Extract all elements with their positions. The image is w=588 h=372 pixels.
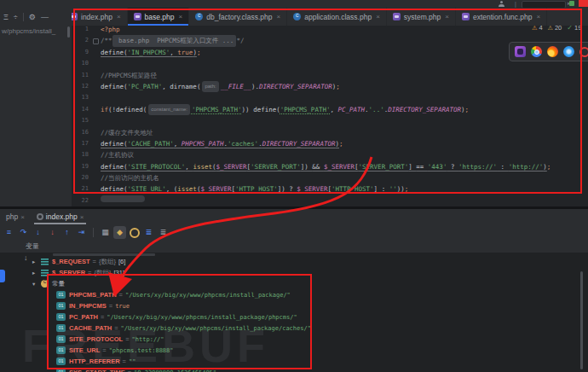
code-token: PC_PATH	[337, 104, 365, 115]
code-line[interactable]: 17define('CACHE_PATH', PHPCMS_PATH.'cach…	[72, 138, 588, 149]
code-line[interactable]: 15	[72, 115, 588, 126]
fold-marker-icon[interactable]	[93, 38, 99, 44]
code-token: ))	[242, 104, 254, 115]
variable-row[interactable]: ▸$_SERVER={数组}[31]	[0, 267, 588, 278]
ide-browser-icon[interactable]	[515, 46, 526, 57]
code-line[interactable]: 11//PHPCMS框架路径	[72, 70, 588, 81]
line-number[interactable]: 15	[72, 115, 92, 126]
code-line[interactable]: 16//缓存文件夹地址	[72, 127, 588, 138]
constant-row[interactable]: PC_PATH="/Users/xy/big/xy/www/phpcms/ins…	[0, 311, 588, 323]
step-out-icon[interactable]: ↑	[61, 226, 73, 239]
code-line[interactable]: 22	[72, 195, 588, 206]
line-number[interactable]: 13	[72, 92, 92, 103]
tab-system.php[interactable]: system.php×	[387, 8, 456, 26]
constant-row[interactable]: PHPCMS_PATH="/Users/xy/big/xy/www/phpcms…	[0, 289, 588, 300]
close-icon[interactable]: ×	[20, 213, 25, 221]
frames-icon[interactable]: ▦	[99, 226, 112, 239]
tab-extention.func.php[interactable]: extention.func.php×	[456, 8, 547, 26]
constant-row[interactable]: CACHE_PATH="/Users/xy/big/xy/www/phpcms/…	[0, 323, 588, 334]
opera-browser-icon[interactable]	[579, 47, 588, 57]
line-number[interactable]: 21	[72, 183, 92, 195]
expander-icon[interactable]: ▾	[32, 281, 39, 288]
code-line[interactable]: 19define('SITE_PROTOCOL', isset($_SERVER…	[72, 161, 588, 172]
close-icon[interactable]: ×	[536, 13, 540, 20]
chrome-browser-icon[interactable]	[531, 46, 542, 57]
force-step-into-icon[interactable]: ↓	[46, 226, 59, 239]
close-icon[interactable]: ×	[179, 13, 183, 20]
constant-row[interactable]: IN_PHPCMS=true	[0, 300, 588, 311]
expander-icon[interactable]: ▸	[32, 259, 39, 265]
line-number[interactable]: 10	[72, 58, 92, 69]
variable-type: {数组}	[94, 269, 111, 277]
close-icon[interactable]: ×	[117, 13, 121, 20]
code-token: 'SERVER_PORT'	[251, 161, 301, 172]
line-number[interactable]: 11	[72, 70, 92, 81]
code-token: true	[177, 47, 193, 58]
line-number[interactable]: 12	[72, 81, 92, 92]
inspections-widget[interactable]: ⚠ 4 ⚠ 20 ✓ 19	[532, 24, 581, 32]
constant-row[interactable]: SITE_PROTOCOL="http://"	[0, 334, 588, 345]
project-vertical-scrollbar[interactable]	[67, 26, 70, 38]
line-number[interactable]: 16	[72, 127, 92, 138]
code-token: if	[101, 104, 108, 115]
line-number[interactable]: 18	[72, 149, 92, 160]
variable-value: "http://"	[132, 336, 164, 343]
line-number[interactable]: 2	[72, 35, 92, 46]
show-execution-point-icon[interactable]: ≡	[3, 226, 15, 239]
constant-row[interactable]: HTTP_REFERER=""	[0, 356, 588, 367]
tab-index.php[interactable]: index.php×	[72, 8, 128, 26]
debug-tab-php[interactable]: php×	[0, 209, 31, 224]
constant-row[interactable]: SITE_URL="phpcms.test:8888"	[0, 345, 588, 356]
mute-breakpoints-icon[interactable]	[128, 226, 141, 239]
line-number[interactable]: 9	[72, 47, 92, 58]
line-number[interactable]: 22	[72, 195, 92, 206]
stop-button[interactable]	[579, 0, 588, 7]
line-number[interactable]: 20	[72, 172, 92, 183]
firefox-browser-icon[interactable]	[547, 46, 558, 57]
line-number[interactable]: 1	[72, 26, 92, 35]
step-over-icon[interactable]: ↷	[17, 226, 30, 239]
debug-tab-index.php[interactable]: index.php×	[31, 209, 90, 224]
watch-toggle-icon[interactable]: ◆	[113, 226, 126, 239]
variable-row[interactable]: ▸$_REQUEST={数组}[6]	[0, 256, 588, 267]
code-line[interactable]: 14if(!defined(constant_name:'PHPCMS_PATH…	[72, 104, 588, 115]
line-number[interactable]: 17	[72, 138, 92, 149]
line-number[interactable]: 19	[72, 161, 92, 172]
variables-column-header: 变量	[0, 241, 588, 253]
tab-application.class.php[interactable]: application.class.php×	[287, 8, 387, 26]
expand-all-icon[interactable]: ÷	[14, 13, 18, 21]
variables-scrollbar[interactable]	[580, 271, 583, 369]
code-token: //主机协议	[101, 149, 134, 160]
variables-view-icon[interactable]: ≣	[142, 226, 155, 239]
close-icon[interactable]: ×	[376, 13, 380, 20]
code-line[interactable]: 20//当前访问的主机名	[72, 172, 588, 183]
run-to-cursor-icon[interactable]: ⇥	[75, 226, 88, 239]
fold-column	[92, 149, 101, 160]
status-badge	[569, 1, 574, 6]
code-line[interactable]: 1<?php	[72, 26, 588, 35]
tab-db_factory.class.php[interactable]: db_factory.class.php×	[189, 8, 287, 26]
watches-list-icon[interactable]: ≣	[157, 226, 170, 239]
hide-panel-icon[interactable]: —	[41, 13, 49, 21]
settings-gear-icon[interactable]: ⚙	[29, 13, 36, 21]
line-number[interactable]: 14	[72, 104, 92, 115]
code-token: isset	[193, 161, 212, 172]
step-into-icon[interactable]: ↓	[32, 226, 44, 239]
close-icon[interactable]: ×	[445, 13, 449, 20]
close-icon[interactable]: ×	[277, 13, 281, 20]
collapse-all-icon[interactable]: Ξ	[3, 13, 9, 21]
tab-base.php[interactable]: base.php×	[128, 8, 190, 26]
constants-group-row[interactable]: ▾常量	[0, 278, 588, 289]
expander-icon[interactable]: ▸	[32, 270, 39, 276]
close-icon[interactable]: ×	[80, 213, 84, 221]
code-line[interactable]: 13	[72, 92, 588, 103]
code-line[interactable]: 12define('PC_PATH', dirname(path:__FILE_…	[72, 81, 588, 92]
code-token: constant_name:	[148, 104, 190, 115]
user-account-icon[interactable]	[499, 1, 504, 7]
safari-browser-icon[interactable]	[563, 46, 574, 57]
code-line[interactable]: 21define('SITE_URL', (isset($_SERVER['HT…	[72, 183, 588, 195]
code-line[interactable]: 18//主机协议	[72, 149, 588, 160]
constant-row[interactable]: SYS_START_TIME="0.23988800 1626465405"	[0, 367, 588, 372]
navigate-down-icon[interactable]: ↓	[24, 253, 28, 262]
variable-name: $_SERVER	[52, 269, 85, 276]
